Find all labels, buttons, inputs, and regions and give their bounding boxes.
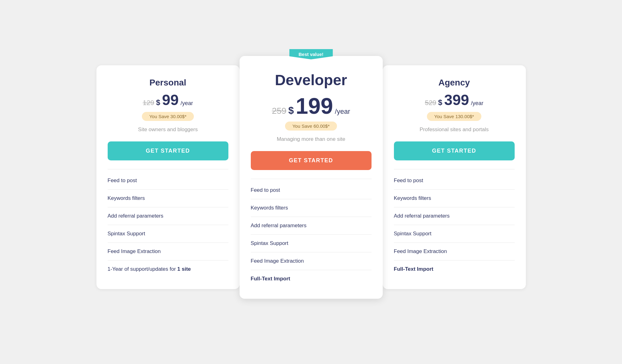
- header-divider-agency: [394, 169, 515, 169]
- features-list-developer: Feed to post Keywords filters Add referr…: [251, 182, 372, 288]
- price-period-personal: /year: [180, 100, 193, 107]
- feature-image-developer: Feed Image Extraction: [251, 252, 372, 270]
- price-main-personal: 99: [162, 93, 179, 108]
- plan-name-personal: Personal: [108, 78, 228, 88]
- feature-keywords-agency: Keywords filters: [394, 190, 515, 207]
- feature-referral-developer: Add referral parameters: [251, 217, 372, 235]
- features-list-agency: Feed to post Keywords filters Add referr…: [394, 172, 515, 278]
- feature-referral-agency: Add referral parameters: [394, 207, 515, 225]
- price-row-agency: 529 $ 399 /year: [394, 93, 515, 108]
- best-value-banner: Best value!: [289, 49, 333, 59]
- feature-image-personal: Feed Image Extraction: [108, 243, 228, 260]
- plan-header-developer: Developer 259 $ 199 /year You Save 60.00…: [251, 71, 372, 179]
- plan-card-personal: Personal 129 $ 99 /year You Save 30.00$*…: [96, 65, 240, 289]
- plan-name-agency: Agency: [394, 78, 515, 88]
- price-old-developer: 259: [272, 106, 287, 116]
- savings-badge-developer: You Save 60.00$*: [285, 122, 337, 131]
- plan-card-developer: Best value! Developer 259 $ 199 /year Yo…: [240, 56, 383, 299]
- plan-header-personal: Personal 129 $ 99 /year You Save 30.00$*…: [108, 78, 228, 169]
- header-divider-personal: [108, 169, 228, 169]
- feature-feed-to-post-developer: Feed to post: [251, 182, 372, 199]
- features-list-personal: Feed to post Keywords filters Add referr…: [108, 172, 228, 278]
- price-dollar-personal: $: [156, 98, 160, 107]
- price-dollar-agency: $: [438, 98, 442, 107]
- plan-description-developer: Managing more than one site: [251, 136, 372, 142]
- get-started-button-developer[interactable]: GET STARTED: [251, 151, 372, 170]
- get-started-button-agency[interactable]: GET STARTED: [394, 141, 515, 160]
- plan-card-agency: Agency 529 $ 399 /year You Save 130.00$*…: [383, 65, 526, 289]
- price-period-developer: /year: [335, 108, 350, 116]
- price-main-agency: 399: [444, 93, 469, 108]
- feature-keywords-developer: Keywords filters: [251, 199, 372, 217]
- price-row-developer: 259 $ 199 /year: [251, 95, 372, 117]
- feature-spintax-personal: Spintax Support: [108, 225, 228, 243]
- header-divider-developer: [251, 179, 372, 179]
- price-old-agency: 529: [425, 99, 436, 107]
- plan-description-personal: Site owners and bloggers: [108, 127, 228, 133]
- get-started-button-personal[interactable]: GET STARTED: [108, 141, 228, 160]
- price-old-personal: 129: [143, 99, 154, 107]
- feature-spintax-developer: Spintax Support: [251, 235, 372, 252]
- plan-name-developer: Developer: [251, 71, 372, 89]
- feature-feed-to-post-personal: Feed to post: [108, 172, 228, 190]
- feature-feed-to-post-agency: Feed to post: [394, 172, 515, 190]
- price-row-personal: 129 $ 99 /year: [108, 93, 228, 108]
- pricing-container: Personal 129 $ 99 /year You Save 30.00$*…: [87, 65, 535, 299]
- plan-header-agency: Agency 529 $ 399 /year You Save 130.00$*…: [394, 78, 515, 169]
- savings-badge-personal: You Save 30.00$*: [142, 112, 194, 121]
- savings-badge-agency: You Save 130.00$*: [427, 112, 482, 121]
- feature-fulltext-agency: Full-Text Import: [394, 260, 515, 278]
- feature-support-personal: 1-Year of support/updates for 1 site: [108, 260, 228, 278]
- feature-referral-personal: Add referral parameters: [108, 207, 228, 225]
- feature-spintax-agency: Spintax Support: [394, 225, 515, 243]
- price-main-developer: 199: [296, 95, 333, 117]
- price-period-agency: /year: [471, 100, 484, 107]
- price-dollar-developer: $: [288, 105, 294, 116]
- feature-keywords-personal: Keywords filters: [108, 190, 228, 207]
- plan-description-agency: Professional sites and portals: [394, 127, 515, 133]
- feature-image-agency: Feed Image Extraction: [394, 243, 515, 260]
- feature-fulltext-developer: Full-Text Import: [251, 270, 372, 288]
